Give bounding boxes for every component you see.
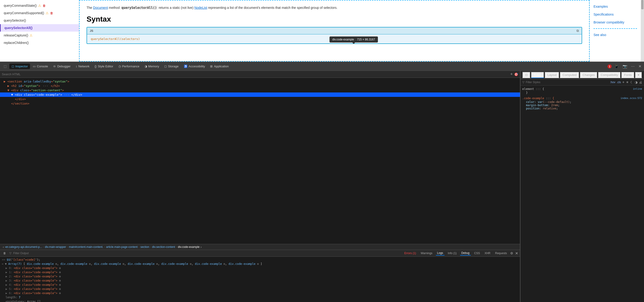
network-icon: ↕ bbox=[76, 65, 77, 68]
styles-tabs: ⊡ Rules Layout Computed Changes Compatib… bbox=[520, 71, 644, 79]
tree-text: <div class="code-example"> ⚙ bbox=[14, 292, 61, 295]
print-button[interactable]: 🖨 bbox=[639, 80, 642, 84]
tab-inspector[interactable]: ◻ Inspector bbox=[9, 64, 30, 69]
breadcrumb-item-active[interactable]: div.code-example bbox=[178, 245, 200, 249]
console-tree-5[interactable]: ▶ 5: <div class="code-example"> ⚙ bbox=[2, 287, 518, 291]
sidebar-item-querycommandsupported[interactable]: queryCommandSupported() ⚠ 🗑 bbox=[0, 9, 79, 17]
breadcrumb-item[interactable]: article.main-page-content bbox=[106, 245, 138, 249]
tab-compatibility[interactable]: Compatibility bbox=[598, 72, 621, 78]
screenshot-button[interactable]: 📷 bbox=[622, 64, 628, 69]
tab-accessibility[interactable]: ♿ Accessibility bbox=[182, 64, 208, 69]
hov-button[interactable]: :hov bbox=[610, 81, 616, 84]
breadcrumb-item[interactable]: section bbox=[140, 245, 149, 249]
right-nav-see-also[interactable]: See also bbox=[594, 33, 637, 37]
console-tree-0[interactable]: ▶ 0: <div class="code-example"> ⚙ bbox=[2, 267, 518, 270]
styles-filter-bar: ▽ :hov .cls + ☀ ☾ ◑ 🖨 bbox=[520, 79, 644, 86]
eyedropper-button[interactable]: 🎯 bbox=[514, 72, 518, 76]
info-button[interactable]: Info (1) bbox=[446, 251, 458, 255]
delete-icon: 🗑 bbox=[42, 4, 46, 7]
right-nav-examples[interactable]: Examples bbox=[594, 5, 637, 8]
debug-button[interactable]: Debug bbox=[460, 251, 471, 256]
dark-mode-button[interactable]: ☾ bbox=[630, 80, 633, 84]
add-node-button[interactable]: + bbox=[510, 72, 513, 77]
tree-prompt: ▶ 6: bbox=[2, 292, 12, 295]
console-tree-6[interactable]: ▶ 6: <div class="code-example"> ⚙ bbox=[2, 292, 518, 295]
console-tree-3[interactable]: ▶ 3: <div class="code-example"> ⚙ bbox=[2, 279, 518, 282]
breadcrumb-item[interactable]: div.section-content bbox=[152, 245, 175, 249]
requests-button[interactable]: Requests bbox=[494, 251, 508, 255]
inspector-cursor-button[interactable]: ⬚ bbox=[2, 64, 9, 69]
sidebar-item-releasecapture[interactable]: releaseCapture() ⚠ bbox=[0, 32, 79, 39]
tab-computed[interactable]: Computed bbox=[560, 72, 579, 78]
tab-application[interactable]: ⊞ Application bbox=[208, 64, 231, 69]
light-mode-button[interactable]: ☀ bbox=[626, 80, 629, 84]
length-value: 7 bbox=[19, 296, 20, 299]
breadcrumb-sep: › bbox=[104, 245, 105, 249]
xhr-button[interactable]: XHR bbox=[483, 251, 492, 255]
tab-debugger[interactable]: ⛭ Debugger bbox=[51, 64, 73, 69]
console-settings-button[interactable]: ⚙ bbox=[510, 251, 513, 255]
tab-network[interactable]: ↕ Network bbox=[73, 64, 92, 69]
tab-layout[interactable]: Layout bbox=[545, 72, 559, 78]
tab-console[interactable]: ▭ Console bbox=[30, 64, 50, 69]
logs-button[interactable]: Logs bbox=[436, 251, 444, 256]
console-section: 🗑 ▽ Errors (1) Warnings Logs bbox=[0, 250, 520, 302]
search-html-input[interactable] bbox=[2, 72, 509, 76]
more-options-button[interactable]: ⋯ bbox=[630, 64, 636, 69]
breadcrumb-item[interactable]: main#content.main-content. bbox=[69, 245, 103, 249]
warnings-button[interactable]: Warnings bbox=[419, 251, 434, 255]
copy-code-button[interactable]: ⧉ bbox=[576, 29, 579, 33]
tree-text: <div class="code-example"> ⚙ bbox=[14, 271, 61, 274]
right-nav-specs[interactable]: Specifications bbox=[594, 12, 637, 16]
inspector-icon: ◻ bbox=[12, 65, 14, 68]
tree-row-selected[interactable]: ▼ <div class="code-example"> ··· </div> bbox=[0, 92, 520, 97]
console-tree-1[interactable]: ▶ 1: <div class="code-example"> ⚙ bbox=[2, 271, 518, 274]
console-close-button[interactable]: ✕ bbox=[515, 251, 518, 256]
console-tree-2[interactable]: ▶ 2: <div class="code-example"> ⚙ bbox=[2, 275, 518, 278]
rule-selector: element ::: { bbox=[522, 87, 544, 91]
add-rule-button[interactable]: + bbox=[622, 80, 624, 84]
nodelist-link[interactable]: NodeList bbox=[194, 6, 207, 9]
console-trash-button[interactable]: 🗑 bbox=[2, 251, 8, 255]
sidebar-item-replacechildren[interactable]: replaceChildren() bbox=[0, 39, 79, 46]
tab-storage[interactable]: ◻ Storage bbox=[162, 64, 181, 69]
tab-rules[interactable]: Rules bbox=[531, 72, 544, 78]
tab-box-model[interactable]: ⊡ bbox=[522, 72, 530, 78]
tree-row[interactable]: ▶ <h2 id="syntax"> ··· </h2> bbox=[0, 84, 520, 88]
console-tree-4[interactable]: ▶ 4: <div class="code-example"> ⚙ bbox=[2, 283, 518, 287]
breadcrumb-item[interactable]: ›er.category-api.document-p... bbox=[5, 245, 42, 249]
breadcrumb-forward-button[interactable]: › bbox=[200, 245, 203, 249]
breadcrumb-item[interactable]: div.main-wrapper bbox=[45, 245, 66, 249]
tab-performance[interactable]: ◷ Performance bbox=[116, 64, 142, 69]
style-editor-label: Style Editor bbox=[98, 65, 113, 68]
sidebar-item-queryselectorall[interactable]: querySelectorAll() bbox=[0, 24, 79, 32]
tab-memory[interactable]: ◑ Memory bbox=[142, 64, 162, 69]
css-button[interactable]: CSS bbox=[473, 251, 481, 255]
right-nav-compat[interactable]: Browser compatibility bbox=[594, 20, 637, 24]
tab-changes[interactable]: Changes bbox=[580, 72, 598, 78]
tab-style-editor[interactable]: {} Style Editor bbox=[92, 64, 116, 69]
tree-row[interactable]: ▼ <div class="section-content"> bbox=[0, 88, 520, 92]
breadcrumb-back-button[interactable]: ‹ bbox=[2, 245, 5, 249]
responsive-design-button[interactable]: 📱 bbox=[613, 64, 620, 69]
sidebar-item-querycommandstate[interactable]: queryCommandState() ⚠ 🗑 bbox=[0, 2, 79, 9]
styles-filter-input[interactable] bbox=[526, 81, 609, 84]
close-devtools-button[interactable]: ✕ bbox=[637, 64, 642, 69]
fonts-dropdown[interactable]: ▾ bbox=[635, 72, 642, 78]
tree-row[interactable]: ▶ <section aria-labelledby="syntax"> bbox=[0, 79, 520, 84]
rule-source[interactable]: index.scss:572 bbox=[620, 97, 642, 100]
contrast-button[interactable]: ◑ bbox=[635, 80, 638, 84]
tree-row[interactable]: </div> bbox=[0, 97, 520, 101]
right-scrollbar[interactable] bbox=[641, 0, 644, 62]
tab-fonts[interactable]: Fonts bbox=[621, 72, 634, 78]
styles-panel: ⊡ Rules Layout Computed Changes Compatib… bbox=[520, 71, 644, 302]
tab-fonts-label: Fonts bbox=[624, 73, 632, 77]
console-result[interactable]: ← ▼ Array(7) [ div.code-example ⚙, div.c… bbox=[2, 262, 518, 266]
sidebar-item-queryselector[interactable]: querySelector() bbox=[0, 17, 79, 24]
application-label: Application bbox=[214, 65, 229, 68]
cls-button[interactable]: .cls bbox=[617, 81, 621, 84]
errors-button[interactable]: Errors (1) bbox=[403, 251, 418, 255]
document-link[interactable]: Document bbox=[93, 6, 108, 9]
tree-row[interactable]: </section> bbox=[0, 101, 520, 106]
console-filter-input[interactable] bbox=[13, 252, 401, 255]
